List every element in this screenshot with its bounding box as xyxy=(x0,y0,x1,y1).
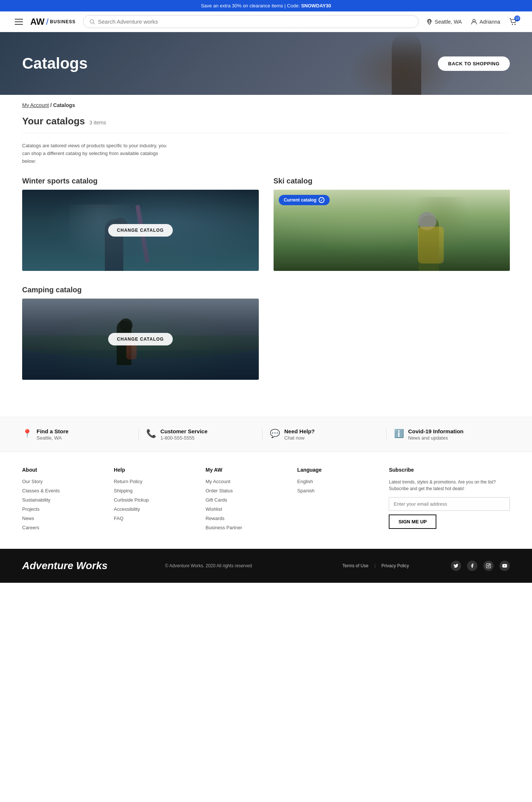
header: AW/BUSINESS Seattle, WA Adrianna xyxy=(0,11,532,32)
social-icons xyxy=(451,561,510,571)
footer-link-rewards[interactable]: Rewards xyxy=(206,516,286,521)
svg-rect-6 xyxy=(486,564,491,568)
page-title: Catalogs xyxy=(22,55,87,72)
footer-subscribe-title: Subscribe xyxy=(389,467,510,473)
catalogs-header: Your catalogs 3 items xyxy=(22,116,510,127)
winter-catalog-overlay: CHANGE CATALOG xyxy=(22,190,259,271)
bottom-footer-copyright: © Adventure Works. 2020 All rights reser… xyxy=(165,563,301,568)
cart-button[interactable]: 10 xyxy=(509,18,517,26)
promo-text: Save an extra 30% on clearance items | C… xyxy=(201,3,301,8)
footer-need-help[interactable]: 💬 Need Help? Chat now xyxy=(262,428,387,441)
twitter-icon[interactable] xyxy=(451,561,461,571)
catalog-item-camping: Camping catalog CHANGE CATALOG xyxy=(22,286,259,380)
hero-section: Catalogs BACK TO SHOPPING xyxy=(0,32,532,95)
search-input[interactable] xyxy=(98,18,412,25)
account-text: Adrianna xyxy=(480,19,500,25)
footer-covid[interactable]: ℹ️ Covid-19 Information News and updates xyxy=(387,428,510,441)
footer-subscribe-col: Subscribe Latest trends, styles & promot… xyxy=(389,467,510,534)
footer-link-classes[interactable]: Classes & Events xyxy=(22,488,103,493)
need-help-title: Need Help? xyxy=(284,428,315,434)
privacy-link[interactable]: Privacy Policy xyxy=(381,563,409,568)
customer-service-phone: 1-800-555-5555 xyxy=(161,435,208,441)
footer-link-careers[interactable]: Careers xyxy=(22,525,103,530)
footer-info-bar: 📍 Find a Store Seattle, WA 📞 Customer Se… xyxy=(0,417,532,452)
footer-my-aw-title: My AW xyxy=(206,467,286,473)
breadcrumb: My Account / Catalogs xyxy=(0,95,532,112)
footer-link-gift-cards[interactable]: Gift Cards xyxy=(206,497,286,503)
find-store-subtitle: Seattle, WA xyxy=(37,435,69,441)
footer-link-business-partner[interactable]: Business Partner xyxy=(206,525,286,530)
youtube-icon[interactable] xyxy=(500,561,510,571)
footer-help-col: Help Return Policy Shipping Curbside Pic… xyxy=(114,467,194,534)
cart-badge: 10 xyxy=(514,16,520,21)
footer-link-our-story[interactable]: Our Story xyxy=(22,479,103,484)
footer-link-faq[interactable]: FAQ xyxy=(114,516,194,521)
subscribe-text: Latest trends, styles & promotions. Are … xyxy=(389,479,510,492)
footer-help-title: Help xyxy=(114,467,194,473)
logo[interactable]: AW/BUSINESS xyxy=(30,17,76,27)
back-to-shopping-button[interactable]: BACK TO SHOPPING xyxy=(438,56,510,71)
catalog-name-winter: Winter sports catalog xyxy=(22,177,259,185)
location-button[interactable]: Seattle, WA xyxy=(426,18,462,25)
location-text: Seattle, WA xyxy=(435,19,462,25)
camping-catalog-overlay: CHANGE CATALOG xyxy=(22,299,259,380)
footer-customer-service[interactable]: 📞 Customer Service 1-800-555-5555 xyxy=(139,428,263,441)
logo-business: BUSINESS xyxy=(50,19,75,24)
email-input[interactable] xyxy=(389,497,510,511)
footer-link-my-account[interactable]: My Account xyxy=(206,479,286,484)
catalogs-grid: Winter sports catalog CHANGE CATALOG Ski… xyxy=(22,177,510,380)
covid-subtitle: News and updates xyxy=(408,435,464,441)
facebook-icon[interactable] xyxy=(467,561,477,571)
catalog-card-camping: CHANGE CATALOG xyxy=(22,299,259,380)
footer-link-wishlist[interactable]: Wishlist xyxy=(206,506,286,512)
hamburger-menu[interactable] xyxy=(15,19,23,25)
catalog-card-ski: Current catalog ✓ xyxy=(274,190,510,271)
svg-point-8 xyxy=(490,565,490,565)
customer-service-title: Customer Service xyxy=(161,428,208,434)
email-input-row: SIGN ME UP xyxy=(389,497,510,529)
footer-link-projects[interactable]: Projects xyxy=(22,506,103,512)
bottom-footer-logo: Adventure Works xyxy=(22,560,158,572)
phone-icon: 📞 xyxy=(146,429,156,438)
catalog-name-camping: Camping catalog xyxy=(22,286,259,294)
check-circle-icon: ✓ xyxy=(319,197,325,203)
header-right: Seattle, WA Adrianna 10 xyxy=(426,18,517,26)
terms-link[interactable]: Terms of Use xyxy=(342,563,368,568)
search-bar[interactable] xyxy=(83,15,419,28)
sign-me-up-button[interactable]: SIGN ME UP xyxy=(389,514,436,529)
footer-language-col: Language English Spanish xyxy=(297,467,378,534)
instagram-icon[interactable] xyxy=(483,561,494,571)
current-catalog-text: Current catalog xyxy=(284,197,317,203)
footer-find-store[interactable]: 📍 Find a Store Seattle, WA xyxy=(22,428,139,441)
footer-link-sustainability[interactable]: Sustainability xyxy=(22,497,103,503)
logo-aw: AW xyxy=(30,17,45,27)
footer-link-accessibility[interactable]: Accessibility xyxy=(114,506,194,512)
footer-link-news[interactable]: News xyxy=(22,516,103,521)
find-store-title: Find a Store xyxy=(37,428,69,434)
search-icon xyxy=(89,19,95,25)
svg-line-1 xyxy=(93,23,95,24)
footer-link-shipping[interactable]: Shipping xyxy=(114,488,194,493)
bottom-footer-links: Terms of Use | Privacy Policy xyxy=(308,563,443,568)
footer-link-english[interactable]: English xyxy=(297,479,378,484)
footer-link-return-policy[interactable]: Return Policy xyxy=(114,479,194,484)
catalog-description: Catalogs are tailored views of products … xyxy=(22,142,170,165)
hero-content: Catalogs BACK TO SHOPPING xyxy=(22,55,510,72)
need-help-subtitle: Chat now xyxy=(284,435,315,441)
footer-links: About Our Story Classes & Events Sustain… xyxy=(0,452,532,549)
svg-point-7 xyxy=(488,565,490,567)
info-icon: ℹ️ xyxy=(394,429,404,438)
account-icon xyxy=(471,18,477,25)
svg-point-2 xyxy=(428,20,430,22)
account-button[interactable]: Adrianna xyxy=(471,18,500,25)
divider xyxy=(22,133,510,133)
catalog-item-ski: Ski catalog Current catalog ✓ xyxy=(274,177,510,271)
footer-link-spanish[interactable]: Spanish xyxy=(297,488,378,493)
change-catalog-camping-button[interactable]: CHANGE CATALOG xyxy=(108,333,173,345)
footer-link-curbside[interactable]: Curbside Pickup xyxy=(114,497,194,503)
footer-link-order-status[interactable]: Order Status xyxy=(206,488,286,493)
location-store-icon: 📍 xyxy=(22,429,32,438)
svg-point-0 xyxy=(90,20,94,23)
change-catalog-winter-button[interactable]: CHANGE CATALOG xyxy=(108,224,173,237)
breadcrumb-my-account[interactable]: My Account xyxy=(22,102,49,108)
